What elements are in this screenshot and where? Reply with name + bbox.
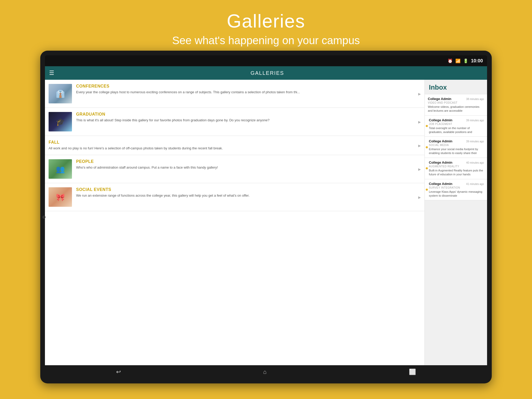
inbox-item-4[interactable]: College Admin 41 minutes ago SURVEY INTE…	[425, 179, 487, 201]
gallery-item-desc-people: Who's who of administration staff around…	[76, 165, 416, 170]
gallery-image-social-events	[49, 187, 72, 207]
inbox-item-header-0: College Admin 38 minutes ago	[428, 97, 484, 101]
gallery-image-conferences	[49, 84, 72, 103]
unread-dot-3	[426, 167, 428, 169]
inbox-category-3: AUGMENTED REALITY	[429, 165, 484, 168]
inbox-category-0: VIDEO AND PODCAST	[428, 101, 484, 104]
gallery-item-text-social-events: SOCIAL EVENTS We run an extensive range …	[76, 187, 416, 198]
inbox-time-3: 40 minutes ago	[466, 161, 484, 164]
gallery-arrow-fall: ▸	[418, 142, 421, 149]
gallery-arrow-conferences: ▸	[418, 91, 421, 97]
gallery-image-graduation	[49, 112, 72, 131]
gallery-item-fall[interactable]: FALL All work and no play is no fun! Her…	[45, 136, 424, 155]
inbox-time-0: 38 minutes ago	[466, 98, 484, 101]
inbox-item-0[interactable]: College Admin 38 minutes ago VIDEO AND P…	[425, 94, 487, 116]
inbox-sender-0: College Admin	[428, 97, 451, 101]
inbox-category-4: SURVEY INTEGRATION	[429, 186, 484, 189]
gallery-item-name-social-events: SOCIAL EVENTS	[76, 187, 416, 192]
gallery-item-desc-fall: All work and no play is no fun! Here's a…	[49, 146, 416, 151]
inbox-preview-4: Leverage Klass Apps' dynamic messaging s…	[429, 190, 484, 198]
home-button[interactable]: ⌂	[258, 367, 272, 377]
inbox-category-1: JOB PLACEMENT	[429, 123, 484, 125]
page-subtitle: See what's happening on your campus	[5, 34, 527, 47]
gallery-arrow-social-events: ▸	[418, 194, 421, 200]
gallery-item-name-people: PEOPLE	[76, 159, 416, 164]
inbox-preview-3: Built-in Augmented Reality feature puts …	[429, 169, 484, 176]
inbox-sender-2: College Admin	[429, 139, 453, 143]
bottom-nav: ↩ ⌂ ⬜	[45, 365, 487, 379]
gallery-list: CONFERENCES Every year the college plays…	[45, 80, 425, 365]
inbox-sender-1: College Admin	[429, 118, 453, 122]
content-area: CONFERENCES Every year the college plays…	[45, 80, 487, 365]
inbox-item-3[interactable]: College Admin 40 minutes ago AUGMENTED R…	[425, 158, 487, 179]
gallery-item-name-fall: FALL	[49, 140, 416, 145]
unread-dot-4	[426, 189, 428, 191]
gallery-item-text-conferences: CONFERENCES Every year the college plays…	[76, 84, 416, 95]
status-bar: ⏰ 📶 🔋 10:00	[45, 55, 487, 66]
camera-bump	[42, 216, 45, 219]
recents-button[interactable]: ⬜	[404, 367, 421, 377]
page-header: Galleries See what's happening on your c…	[0, 0, 532, 55]
gallery-item-text-graduation: GRADUATION This is what it's all about! …	[76, 112, 416, 123]
inbox-panel: Inbox College Admin 38 minutes ago VIDEO…	[425, 80, 487, 365]
gallery-item-text-people: PEOPLE Who's who of administration staff…	[76, 159, 416, 170]
gallery-item-name-conferences: CONFERENCES	[76, 84, 416, 89]
gallery-arrow-graduation: ▸	[418, 119, 421, 125]
battery-icon: 🔋	[463, 58, 468, 63]
gallery-item-conferences[interactable]: CONFERENCES Every year the college plays…	[45, 80, 424, 108]
inbox-preview-0: Welcome videos, graduation ceremonies an…	[428, 105, 484, 113]
app-bar-title: GALLERIES	[59, 70, 483, 76]
inbox-title: Inbox	[425, 80, 487, 94]
tablet-device: ⏰ 📶 🔋 10:00 ☰ GALLERIES CONFERENCES Ever…	[40, 51, 492, 383]
gallery-image-people	[49, 159, 72, 179]
inbox-time-2: 39 minutes ago	[466, 140, 484, 143]
unread-dot-2	[426, 146, 428, 148]
inbox-item-header-4: College Admin 41 minutes ago	[429, 182, 484, 186]
inbox-item-header-1: College Admin 39 minutes ago	[429, 118, 484, 122]
alarm-icon: ⏰	[448, 58, 453, 63]
gallery-item-social-events[interactable]: SOCIAL EVENTS We run an extensive range …	[45, 183, 424, 211]
inbox-time-1: 39 minutes ago	[466, 119, 484, 122]
inbox-sender-3: College Admin	[429, 161, 453, 164]
gallery-item-people[interactable]: PEOPLE Who's who of administration staff…	[45, 155, 424, 183]
gallery-item-desc-graduation: This is what it's all about! Step inside…	[76, 118, 416, 123]
wifi-icon: 📶	[455, 58, 461, 63]
inbox-preview-1: Total oversight on the number of graduat…	[429, 126, 484, 134]
gallery-arrow-people: ▸	[418, 166, 421, 172]
unread-dot-1	[426, 125, 428, 127]
gallery-item-name-graduation: GRADUATION	[76, 112, 416, 117]
inbox-item-1[interactable]: College Admin 39 minutes ago JOB PLACEME…	[425, 116, 487, 137]
inbox-category-2: SOCIAL MEDIA	[429, 144, 484, 147]
inbox-preview-2: Enhance your social media footprint by e…	[429, 147, 484, 155]
gallery-item-desc-social-events: We run an extensive range of functions a…	[76, 193, 416, 198]
gallery-item-text-fall: FALL All work and no play is no fun! Her…	[49, 140, 416, 151]
inbox-item-header-2: College Admin 39 minutes ago	[429, 139, 484, 143]
status-time: 10:00	[471, 58, 483, 64]
back-button[interactable]: ↩	[111, 367, 126, 377]
inbox-item-2[interactable]: College Admin 39 minutes ago SOCIAL MEDI…	[425, 137, 487, 158]
inbox-time-4: 41 minutes ago	[466, 183, 484, 185]
gallery-item-graduation[interactable]: GRADUATION This is what it's all about! …	[45, 108, 424, 136]
hamburger-icon[interactable]: ☰	[49, 70, 54, 76]
inbox-sender-4: College Admin	[429, 182, 453, 186]
page-title: Galleries	[5, 10, 527, 32]
app-bar: ☰ GALLERIES	[45, 66, 487, 80]
gallery-item-desc-conferences: Every year the college plays host to num…	[76, 90, 416, 95]
inbox-item-header-3: College Admin 40 minutes ago	[429, 161, 484, 164]
